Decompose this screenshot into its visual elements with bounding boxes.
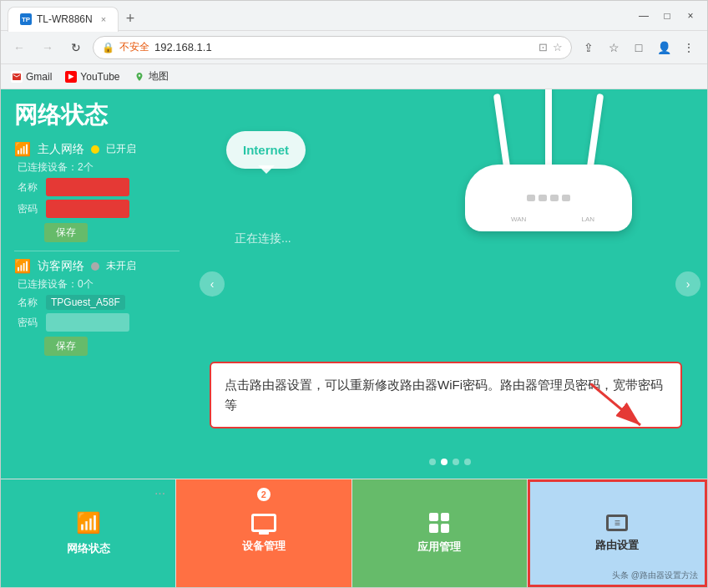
apps-cell-1 xyxy=(429,513,438,522)
address-bar[interactable]: 🔒 不安全 192.168.1.1 ⊡ ☆ xyxy=(93,36,572,59)
port-3 xyxy=(550,195,559,201)
router-body: WAN LAN xyxy=(465,165,632,231)
window-controls: — □ × xyxy=(634,6,700,26)
router-ports xyxy=(527,195,570,201)
main-network-name-row: 名称 xyxy=(18,178,180,196)
carousel-dot-1[interactable] xyxy=(429,459,436,465)
guest-name-label: 名称 xyxy=(18,296,41,310)
guest-password-label: 密码 xyxy=(18,316,41,330)
internet-label: Internet xyxy=(243,143,289,157)
guest-network-label: 访客网络 xyxy=(38,259,84,274)
tab-close-button[interactable]: × xyxy=(101,14,106,24)
bookmarks-bar: Gmail ▶ YouTube 地图 xyxy=(1,64,707,89)
profile-icon[interactable]: 👤 xyxy=(652,36,675,59)
gmail-label: Gmail xyxy=(26,71,52,83)
close-button[interactable]: × xyxy=(680,6,700,26)
bookmark-youtube[interactable]: ▶ YouTube xyxy=(65,71,119,83)
main-network-header: 📶 主人网络 已开启 xyxy=(14,141,180,157)
router-page: 网络状态 📶 主人网络 已开启 已连接设备：2个 名称 xyxy=(1,89,707,587)
toolbar: ← → ↻ 🔒 不安全 192.168.1.1 ⊡ ☆ ⇪ ☆ □ 👤 ⋮ xyxy=(1,31,707,64)
sidebar: 网络状态 📶 主人网络 已开启 已连接设备：2个 名称 xyxy=(1,89,193,479)
port-2 xyxy=(539,195,547,201)
nav-device-management[interactable]: 2 设备管理 xyxy=(176,479,351,587)
nav-router-label: 路由设置 xyxy=(595,538,639,553)
main-network-devices: 已连接设备：2个 xyxy=(18,160,180,175)
nav-app-management[interactable]: 应用管理 xyxy=(352,479,528,587)
bookmark-gmail[interactable]: Gmail xyxy=(11,71,52,83)
main-network-section: 📶 主人网络 已开启 已连接设备：2个 名称 密码 xyxy=(14,141,180,242)
menu-icon[interactable]: ⋮ xyxy=(677,36,700,59)
main-network-label: 主人网络 xyxy=(38,142,84,157)
browser-window: TP TL-WR886N × + — □ × ← → ↻ 🔒 不安全 192.1… xyxy=(0,0,708,588)
tab-overview-icon[interactable]: □ xyxy=(627,36,650,59)
carousel-arrow-right[interactable]: › xyxy=(675,271,700,297)
wan-label: WAN xyxy=(511,215,526,223)
router-image: WAN LAN xyxy=(440,106,657,290)
guest-network-password-input[interactable] xyxy=(46,313,129,332)
guest-network-header: 📶 访客网络 未开启 xyxy=(14,258,180,274)
back-button[interactable]: ← xyxy=(8,36,31,59)
network-divider xyxy=(14,251,180,251)
svg-line-1 xyxy=(590,383,640,425)
carousel-dot-3[interactable] xyxy=(453,459,459,465)
main-network-password-input[interactable] xyxy=(46,200,129,218)
new-tab-button[interactable]: + xyxy=(119,8,142,31)
reload-button[interactable]: ↻ xyxy=(64,36,88,59)
forward-button[interactable]: → xyxy=(36,36,59,59)
carousel-arrow-left[interactable]: ‹ xyxy=(200,271,225,297)
nav-network-status[interactable]: ··· 📶 网络状态 xyxy=(1,479,176,587)
carousel-dot-2[interactable] xyxy=(441,459,448,465)
main-network-status-text: 已开启 xyxy=(106,142,136,156)
guest-network-save-button[interactable]: 保存 xyxy=(44,337,88,356)
maps-label: 地图 xyxy=(149,69,169,84)
network-wifi-icon: 📶 xyxy=(76,511,101,535)
url-display: 192.168.1.1 xyxy=(154,41,534,53)
guest-network-name-value: TPGuest_A58F xyxy=(46,295,125,310)
star-icon[interactable]: ☆ xyxy=(553,41,563,53)
guest-network-name-row: 名称 TPGuest_A58F xyxy=(18,295,180,310)
antenna-right xyxy=(587,94,604,169)
guest-network-status-dot xyxy=(91,262,99,271)
tab-bar: TP TL-WR886N × + xyxy=(8,1,627,31)
bookmark-star-icon[interactable]: ☆ xyxy=(602,36,625,59)
more-dots-icon: ··· xyxy=(154,486,165,501)
watermark-text: 头条 @路由器设置方法 xyxy=(612,570,698,581)
port-1 xyxy=(527,195,535,201)
device-icon xyxy=(251,514,276,532)
internet-cloud: Internet xyxy=(226,131,306,169)
nav-router-settings[interactable]: 路由设置 头条 @路由器设置方法 xyxy=(528,479,707,587)
lan-label: LAN xyxy=(581,215,594,223)
name-label: 名称 xyxy=(18,180,41,195)
page-content: 网络状态 📶 主人网络 已开启 已连接设备：2个 名称 xyxy=(1,89,707,587)
apps-cell-4 xyxy=(441,524,450,533)
port-4 xyxy=(562,195,570,201)
wifi-icon-guest: 📶 xyxy=(14,258,31,274)
tab-title: TL-WR886N xyxy=(37,13,93,25)
cast-icon: ⊡ xyxy=(539,41,548,53)
nav-network-label: 网络状态 xyxy=(67,541,110,556)
nav-apps-label: 应用管理 xyxy=(417,540,461,555)
bookmark-maps[interactable]: 地图 xyxy=(134,69,169,84)
minimize-button[interactable]: — xyxy=(634,6,654,26)
carousel-dot-4[interactable] xyxy=(464,459,471,465)
guest-network-devices: 已连接设备：0个 xyxy=(18,277,180,291)
security-icon: 🔒 xyxy=(102,42,114,53)
not-secure-label: 不安全 xyxy=(119,40,149,54)
active-tab[interactable]: TP TL-WR886N × xyxy=(8,7,119,32)
main-network-save-button[interactable]: 保存 xyxy=(44,223,88,242)
share-icon[interactable]: ⇪ xyxy=(577,36,600,59)
bottom-nav: ··· 📶 网络状态 2 设备管理 应用管理 xyxy=(1,479,707,587)
apps-cell-2 xyxy=(441,513,450,522)
guest-network-status-text: 未开启 xyxy=(106,259,136,273)
cloud-shape: Internet xyxy=(226,131,306,169)
device-badge: 2 xyxy=(255,486,272,503)
maps-icon xyxy=(134,71,145,83)
main-network-name-input[interactable] xyxy=(46,178,129,196)
maximize-button[interactable]: □ xyxy=(657,6,677,26)
guest-network-password-row: 密码 xyxy=(18,313,180,332)
guest-network-section: 📶 访客网络 未开启 已连接设备：0个 名称 TPGuest_A58F 密码 xyxy=(14,258,180,356)
password-label: 密码 xyxy=(18,202,41,216)
carousel-dots xyxy=(429,459,471,465)
red-arrow xyxy=(590,383,657,437)
wifi-icon-main: 📶 xyxy=(14,141,31,157)
